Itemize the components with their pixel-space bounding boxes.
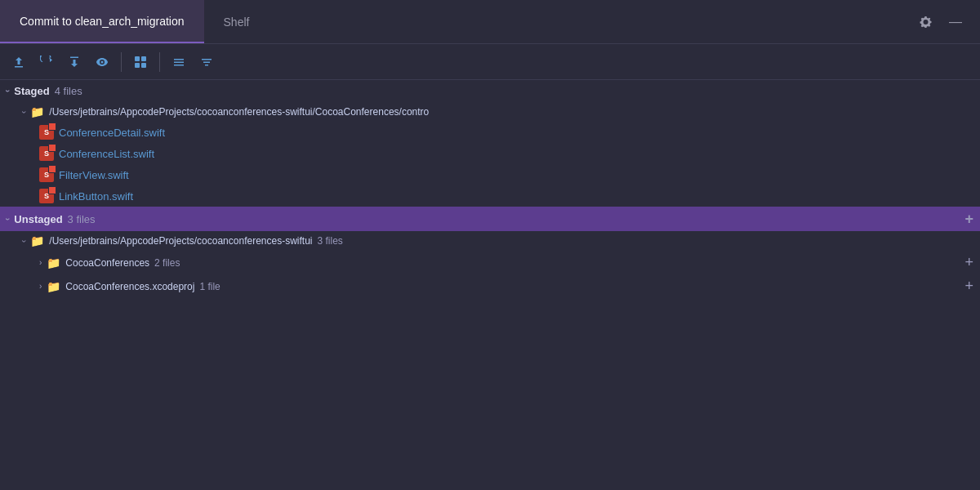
xcodeproj-folder-icon: 📁 — [47, 280, 60, 293]
unstaged-count: 3 files — [68, 213, 96, 225]
show-diff-button[interactable] — [90, 50, 114, 74]
unstaged-root-count: 3 files — [318, 235, 343, 247]
tab-actions: — — [915, 11, 980, 33]
tree-area: › Staged 4 files › 📁 /Users/jetbrains/Ap… — [0, 80, 980, 490]
tab-bar: Commit to clean_arch_migration Shelf — — [0, 0, 980, 44]
tab-commit-label: Commit to clean_arch_migration — [20, 15, 185, 28]
svg-rect-0 — [135, 56, 140, 61]
tab-shelf-label: Shelf — [224, 16, 250, 29]
toolbar — [0, 44, 980, 80]
minimize-icon: — — [949, 15, 962, 29]
push-icon — [12, 56, 25, 69]
xcodeproj-count: 1 file — [199, 281, 220, 292]
refresh-button[interactable] — [34, 50, 59, 74]
pull-icon — [68, 56, 81, 69]
swift-file-icon-3: S — [39, 167, 54, 182]
expand-all-button[interactable] — [167, 50, 191, 74]
svg-rect-3 — [141, 63, 146, 68]
gear-button[interactable] — [915, 11, 938, 33]
unstaged-label: Unstaged — [14, 213, 62, 225]
group-button[interactable] — [128, 50, 153, 74]
cocoa-conferences-label: CocoaConferences — [65, 257, 149, 269]
unstaged-root-folder-icon: 📁 — [30, 234, 44, 247]
file-row-link-button[interactable]: S LinkButton.swift — [0, 185, 980, 207]
staged-label: Staged — [14, 85, 49, 97]
staged-path-row[interactable]: › 📁 /Users/jetbrains/AppcodeProjects/coc… — [0, 102, 980, 122]
staged-path-text: /Users/jetbrains/AppcodeProjects/cocoanc… — [49, 106, 429, 118]
cocoa-conferences-folder-icon: 📁 — [47, 256, 60, 270]
gear-icon — [920, 16, 933, 29]
cocoa-conferences-chevron: › — [39, 258, 42, 267]
separator-1 — [121, 52, 122, 72]
swift-file-icon-4: S — [39, 189, 54, 203]
xcodeproj-label: CocoaConferences.xcodeproj — [65, 281, 194, 292]
unstaged-section-header[interactable]: › Unstaged 3 files + — [0, 207, 980, 231]
push-button[interactable] — [7, 50, 31, 74]
minimize-button[interactable]: — — [944, 11, 967, 33]
cocoa-conferences-plus[interactable]: + — [964, 254, 973, 271]
tab-shelf[interactable]: Shelf — [204, 0, 270, 43]
file-name-conference-detail: ConferenceDetail.swift — [59, 127, 165, 139]
staged-count: 4 files — [55, 85, 82, 97]
file-row-conference-detail[interactable]: S ConferenceDetail.swift — [0, 122, 980, 143]
unstaged-root-path: /Users/jetbrains/AppcodeProjects/cocoanc… — [49, 235, 312, 247]
unstaged-root-chevron: › — [20, 239, 29, 242]
unstaged-xcodeproj-row[interactable]: › 📁 CocoaConferences.xcodeproj 1 file + — [0, 274, 980, 298]
group-icon — [134, 56, 147, 69]
collapse-icon — [200, 56, 213, 69]
unstaged-root-row[interactable]: › 📁 /Users/jetbrains/AppcodeProjects/coc… — [0, 231, 980, 251]
staged-folder-icon: 📁 — [30, 105, 44, 118]
refresh-icon — [40, 56, 53, 69]
svg-rect-1 — [141, 56, 146, 61]
file-name-filter-view: FilterView.swift — [59, 169, 129, 181]
eye-icon — [96, 56, 109, 69]
unstaged-plus-button[interactable]: + — [964, 212, 973, 226]
file-name-conference-list: ConferenceList.swift — [59, 148, 154, 160]
staged-path-chevron: › — [20, 110, 29, 113]
collapse-all-button[interactable] — [194, 50, 219, 74]
staged-chevron: › — [3, 90, 12, 92]
separator-2 — [159, 52, 160, 72]
staged-section-header[interactable]: › Staged 4 files — [0, 80, 980, 102]
swift-file-icon-1: S — [39, 125, 54, 140]
file-row-filter-view[interactable]: S FilterView.swift — [0, 164, 980, 185]
xcodeproj-plus[interactable]: + — [964, 278, 973, 295]
pull-button[interactable] — [62, 50, 87, 74]
file-name-link-button: LinkButton.swift — [59, 190, 133, 203]
tab-commit[interactable]: Commit to clean_arch_migration — [0, 0, 204, 43]
cocoa-conferences-count: 2 files — [154, 257, 180, 269]
expand-icon — [172, 56, 185, 69]
svg-rect-2 — [135, 63, 140, 68]
swift-file-icon-2: S — [39, 146, 54, 161]
xcodeproj-chevron: › — [39, 282, 42, 291]
unstaged-chevron: › — [3, 217, 12, 220]
unstaged-cocoa-conferences-row[interactable]: › 📁 CocoaConferences 2 files + — [0, 251, 980, 274]
file-row-conference-list[interactable]: S ConferenceList.swift — [0, 143, 980, 164]
